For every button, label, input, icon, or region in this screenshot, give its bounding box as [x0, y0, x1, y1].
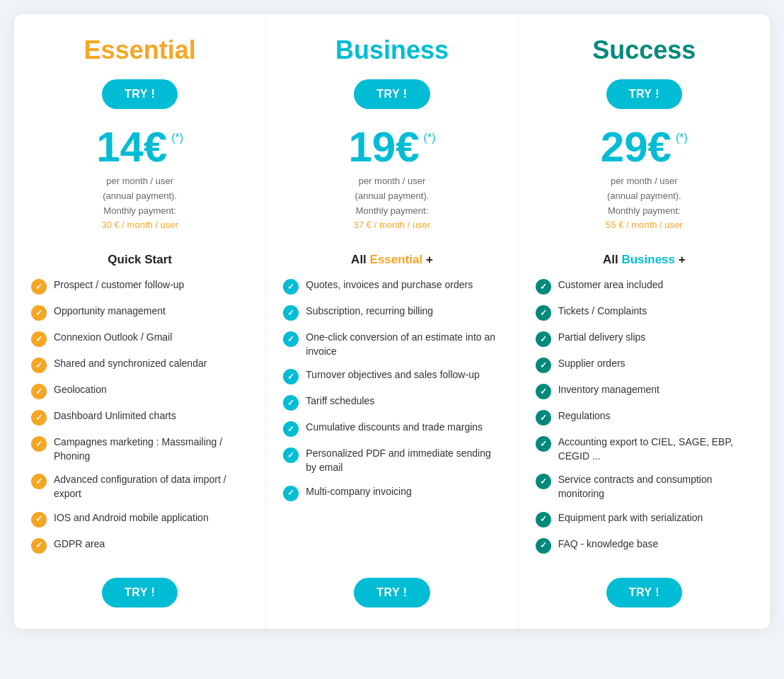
check-icon: [283, 305, 299, 321]
business-try-button-top[interactable]: TRY !: [354, 79, 430, 109]
essential-price-block: 14€(*): [96, 126, 183, 169]
plan-success: SuccessTRY !29€(*)per month / user(annua…: [519, 14, 770, 629]
check-icon: [31, 358, 47, 373]
feature-text: Tickets / Complaints: [558, 304, 647, 319]
list-item: Tickets / Complaints: [536, 304, 753, 321]
feature-text: Equipment park with serialization: [558, 511, 703, 525]
list-item: Geolocation: [31, 383, 248, 399]
list-item: Quotes, invoices and purchase orders: [283, 278, 500, 295]
check-icon: [31, 279, 47, 295]
business-price-block: 19€(*): [348, 126, 435, 169]
list-item: Turnover objectives and sales follow-up: [283, 368, 500, 384]
list-item: Shared and synchronized calendar: [31, 357, 248, 373]
success-section-title: All Business +: [603, 253, 686, 267]
check-icon: [31, 512, 47, 527]
list-item: GDPR area: [31, 537, 248, 554]
business-asterisk: (*): [424, 132, 436, 144]
list-item: Inventory management: [536, 383, 753, 399]
feature-text: FAQ - knowledge base: [558, 537, 659, 552]
essential-monthly-price: 30 € / month / user: [101, 219, 178, 230]
success-title: Success: [592, 35, 696, 65]
feature-text: Prospect / customer follow-up: [54, 278, 184, 292]
essential-feature-list: Prospect / customer follow-upOpportunity…: [31, 278, 248, 563]
business-feature-list: Quotes, invoices and purchase ordersSubs…: [283, 278, 500, 510]
success-try-button-bottom[interactable]: TRY !: [606, 578, 682, 607]
list-item: Personalized PDF and immediate sending b…: [283, 447, 500, 474]
feature-text: Personalized PDF and immediate sending b…: [306, 447, 500, 474]
list-item: Tariff schedules: [283, 394, 500, 411]
check-icon: [283, 421, 299, 437]
check-icon: [536, 512, 551, 527]
feature-text: Customer area included: [558, 278, 664, 292]
check-icon: [536, 410, 551, 426]
list-item: Cumulative discounts and trade margins: [283, 421, 500, 437]
business-section-title: All Essential +: [351, 253, 433, 267]
list-item: FAQ - knowledge base: [536, 537, 753, 554]
essential-try-button-bottom[interactable]: TRY !: [102, 578, 178, 607]
success-price-block: 29€(*): [601, 126, 688, 169]
check-icon: [536, 538, 551, 554]
feature-text: Supplier orders: [558, 357, 626, 371]
business-title: Business: [335, 35, 449, 65]
feature-text: Shared and synchronized calendar: [54, 357, 207, 371]
essential-section-title: Quick Start: [108, 253, 172, 267]
essential-price-meta: per month / user(annual payment).Monthly…: [101, 174, 178, 233]
list-item: Opportunity management: [31, 304, 248, 321]
list-item: One-click conversion of an estimate into…: [283, 331, 500, 358]
feature-text: Opportunity management: [54, 304, 166, 319]
list-item: Equipment park with serialization: [536, 511, 753, 527]
feature-text: Campagnes marketing : Massmailing / Phon…: [54, 435, 248, 463]
check-icon: [283, 395, 299, 411]
success-asterisk: (*): [676, 132, 688, 144]
essential-try-button-top[interactable]: TRY !: [102, 79, 178, 109]
business-price: 19€: [348, 126, 419, 169]
feature-text: GDPR area: [54, 537, 105, 552]
list-item: Subscription, recurring billing: [283, 304, 500, 321]
list-item: Customer area included: [536, 278, 753, 295]
check-icon: [536, 474, 551, 489]
feature-text: Quotes, invoices and purchase orders: [306, 278, 473, 292]
check-icon: [536, 436, 551, 452]
list-item: Multi-company invoicing: [283, 485, 500, 501]
check-icon: [536, 305, 551, 321]
feature-text: One-click conversion of an estimate into…: [306, 331, 500, 358]
list-item: Prospect / customer follow-up: [31, 278, 248, 295]
feature-text: Partial delivery slips: [558, 331, 646, 345]
feature-text: Dashboard Unlimited charts: [54, 409, 176, 423]
feature-text: Geolocation: [54, 383, 107, 397]
plan-essential: EssentialTRY !14€(*)per month / user(ann…: [14, 14, 266, 629]
business-try-button-bottom[interactable]: TRY !: [354, 578, 430, 607]
list-item: Supplier orders: [536, 357, 753, 373]
list-item: Accounting export to CIEL, SAGE, EBP, CE…: [536, 435, 753, 463]
essential-asterisk: (*): [171, 132, 183, 144]
success-feature-list: Customer area includedTickets / Complain…: [536, 278, 753, 563]
check-icon: [31, 538, 47, 554]
list-item: Regulations: [536, 409, 753, 426]
success-try-button-top[interactable]: TRY !: [606, 79, 682, 109]
list-item: Campagnes marketing : Massmailing / Phon…: [31, 435, 248, 463]
business-price-meta: per month / user(annual payment).Monthly…: [354, 174, 430, 233]
plan-business: BusinessTRY !19€(*)per month / user(annu…: [266, 14, 518, 629]
check-icon: [283, 369, 299, 384]
feature-text: IOS and Android mobile application: [54, 511, 209, 525]
check-icon: [31, 305, 47, 321]
check-icon: [536, 279, 551, 295]
check-icon: [536, 358, 551, 373]
list-item: Dashboard Unlimited charts: [31, 409, 248, 426]
list-item: Service contracts and consumption monito…: [536, 473, 753, 501]
list-item: IOS and Android mobile application: [31, 511, 248, 527]
check-icon: [283, 331, 299, 347]
success-price-meta: per month / user(annual payment).Monthly…: [606, 174, 682, 233]
feature-text: Inventory management: [558, 383, 659, 397]
feature-text: Subscription, recurring billing: [306, 304, 433, 319]
check-icon: [31, 436, 47, 452]
check-icon: [536, 384, 551, 399]
essential-title: Essential: [84, 35, 196, 65]
feature-text: Multi-company invoicing: [306, 485, 411, 499]
business-monthly-price: 37 € / month / user: [354, 219, 430, 230]
pricing-table: EssentialTRY !14€(*)per month / user(ann…: [14, 14, 770, 629]
check-icon: [283, 447, 299, 463]
feature-text: Tariff schedules: [306, 394, 374, 409]
check-icon: [31, 331, 47, 347]
essential-price: 14€: [96, 126, 167, 169]
